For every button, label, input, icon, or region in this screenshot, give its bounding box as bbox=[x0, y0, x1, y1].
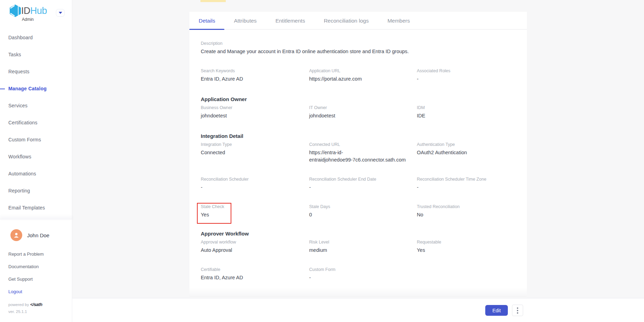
clipped-top-badge bbox=[200, 0, 226, 2]
tab-details[interactable]: Details bbox=[189, 12, 224, 30]
user-name: John Doe bbox=[27, 232, 49, 238]
field-label: Reconciliation Scheduler bbox=[201, 177, 302, 182]
section-application-owner: Application Owner bbox=[201, 96, 247, 102]
field-it-owner: IT Owner johndoetest bbox=[309, 105, 417, 119]
sidebar-item-custom-forms[interactable]: Custom Forms bbox=[0, 131, 72, 148]
sidebar-item-automations[interactable]: Automations bbox=[0, 165, 72, 182]
field-value: Create and Manage your account in Entra … bbox=[201, 48, 515, 55]
brand-name: IDHub bbox=[21, 6, 47, 16]
brand-switcher-button[interactable] bbox=[56, 9, 65, 17]
field-label: Authentication Type bbox=[417, 142, 515, 147]
field-reconciliation-scheduler: Reconciliation Scheduler - bbox=[201, 177, 309, 191]
field-search-keywords: Search Keywords Entra ID, Azure AD bbox=[201, 68, 309, 83]
field-label: IT Owner bbox=[309, 105, 410, 110]
field-value: - bbox=[309, 274, 410, 281]
tab-bar: Details Attributes Entitlements Reconcil… bbox=[189, 12, 527, 30]
get-support-link[interactable]: Get Support bbox=[8, 276, 33, 282]
field-label: Search Keywords bbox=[201, 68, 302, 73]
field-value: Yes bbox=[417, 247, 515, 254]
sidebar-item-services[interactable]: Services bbox=[0, 97, 72, 114]
main-area: Details Attributes Entitlements Reconcil… bbox=[72, 0, 644, 322]
field-label: Risk Level bbox=[309, 240, 410, 245]
field-connected-url: Connected URL https://entra-id- entraidj… bbox=[309, 142, 417, 164]
field-label: IDM bbox=[417, 105, 515, 110]
sidebar-item-requests[interactable]: Requests bbox=[0, 63, 72, 80]
field-value: medium bbox=[309, 247, 410, 254]
field-custom-form: Custom Form - bbox=[309, 267, 417, 281]
field-label: Application URL bbox=[309, 68, 410, 73]
field-value: https://portal.azure.com bbox=[309, 75, 410, 83]
documentation-link[interactable]: Documentation bbox=[8, 264, 39, 269]
field-label: Associated Roles bbox=[417, 68, 515, 73]
brand-header: IDHub Admin bbox=[0, 0, 72, 24]
field-label: Requestable bbox=[417, 240, 515, 245]
field-idm: IDM IDE bbox=[417, 105, 515, 119]
field-label: Trusted Reconciliation bbox=[417, 204, 515, 209]
tab-entitlements[interactable]: Entitlements bbox=[266, 12, 314, 30]
field-trusted-reconciliation: Trusted Reconciliation No bbox=[417, 204, 515, 218]
brand-subtitle: Admin bbox=[22, 17, 34, 22]
kebab-menu-icon bbox=[517, 310, 518, 311]
sidebar-item-email-templates[interactable]: Email Templates bbox=[0, 199, 72, 216]
field-reconciliation-end-date: Reconciliation Scheduler End Date - bbox=[309, 177, 417, 191]
tab-attributes[interactable]: Attributes bbox=[224, 12, 266, 30]
field-value: - bbox=[309, 184, 410, 191]
field-label: Certifiable bbox=[201, 267, 302, 272]
field-integration-type: Integration Type Connected bbox=[201, 142, 309, 164]
idhub-logo-icon bbox=[9, 4, 21, 17]
more-actions-button[interactable] bbox=[512, 305, 523, 316]
report-problem-link[interactable]: Report a Problem bbox=[8, 251, 44, 257]
edit-button[interactable]: Edit bbox=[485, 305, 508, 316]
version-label: ver. 25.1.1 bbox=[8, 309, 27, 314]
sidebar-nav: Dashboard Tasks Requests Manage Catalog … bbox=[0, 29, 72, 216]
tab-reconciliation-logs[interactable]: Reconciliation logs bbox=[314, 12, 378, 30]
avatar bbox=[10, 229, 22, 241]
field-reconciliation-time-zone: Reconciliation Scheduler Time Zone - bbox=[417, 177, 515, 191]
field-label: Business Owner bbox=[201, 105, 302, 110]
section-integration-detail: Integration Detail bbox=[201, 133, 243, 139]
sidebar-item-tasks[interactable]: Tasks bbox=[0, 46, 72, 63]
brand-name-id: ID bbox=[21, 6, 30, 16]
details-card: Details Attributes Entitlements Reconcil… bbox=[189, 12, 527, 296]
chevron-down-icon bbox=[59, 12, 62, 14]
tab-members[interactable]: Members bbox=[378, 12, 419, 30]
field-value: 0 bbox=[309, 211, 410, 218]
sidebar-divider bbox=[0, 219, 72, 219]
field-row-6: Approval workflow Auto Approval Risk Lev… bbox=[201, 240, 515, 254]
field-description: Description Create and Manage your accou… bbox=[201, 41, 515, 55]
sidebar: IDHub Admin Dashboard Tasks Requests Man… bbox=[0, 0, 72, 322]
field-application-url: Application URL https://portal.azure.com bbox=[309, 68, 417, 83]
powered-by-label: powered by bbox=[8, 303, 29, 307]
field-label: Approval workflow bbox=[201, 240, 302, 245]
sidebar-item-certifications[interactable]: Certifications bbox=[0, 114, 72, 131]
field-label: Stale Days bbox=[309, 204, 410, 209]
field-value: johndoetest bbox=[309, 112, 410, 119]
sidebar-item-manage-catalog[interactable]: Manage Catalog bbox=[0, 80, 72, 97]
sidebar-item-workflows[interactable]: Workflows bbox=[0, 148, 72, 165]
section-approver-workflow: Approver Workflow bbox=[201, 231, 249, 237]
field-value: https://entra-id- entraidjohnedoe99-7c6.… bbox=[309, 149, 410, 164]
field-row-2: Business Owner johndoetest IT Owner john… bbox=[201, 105, 515, 119]
field-value: Yes bbox=[201, 211, 302, 218]
sidebar-item-dashboard[interactable]: Dashboard bbox=[0, 29, 72, 46]
sidebar-item-reporting[interactable]: Reporting bbox=[0, 182, 72, 199]
kebab-menu-icon bbox=[517, 312, 518, 314]
field-label: Custom Form bbox=[309, 267, 410, 272]
powered-by: powered by </sath bbox=[8, 302, 42, 307]
field-associated-roles: Associated Roles - bbox=[417, 68, 515, 83]
field-value: Entra ID, Azure AD bbox=[201, 274, 302, 281]
field-certifiable: Certifiable Entra ID, Azure AD bbox=[201, 267, 309, 281]
field-stale-days: Stale Days 0 bbox=[309, 204, 417, 218]
field-row-3: Integration Type Connected Connected URL… bbox=[201, 142, 515, 164]
field-label: Stale Check bbox=[201, 204, 302, 209]
field-value: Connected bbox=[201, 149, 302, 156]
field-value: Entra ID, Azure AD bbox=[201, 75, 302, 83]
field-label: Integration Type bbox=[201, 142, 302, 147]
field-label: Reconciliation Scheduler Time Zone bbox=[417, 177, 515, 182]
logout-link[interactable]: Logout bbox=[8, 289, 22, 294]
field-row-7: Certifiable Entra ID, Azure AD Custom Fo… bbox=[201, 267, 515, 281]
action-bar: Edit bbox=[72, 298, 644, 322]
user-profile[interactable]: John Doe bbox=[0, 228, 72, 242]
field-risk-level: Risk Level medium bbox=[309, 240, 417, 254]
app-root: IDHub Admin Dashboard Tasks Requests Man… bbox=[0, 0, 644, 322]
